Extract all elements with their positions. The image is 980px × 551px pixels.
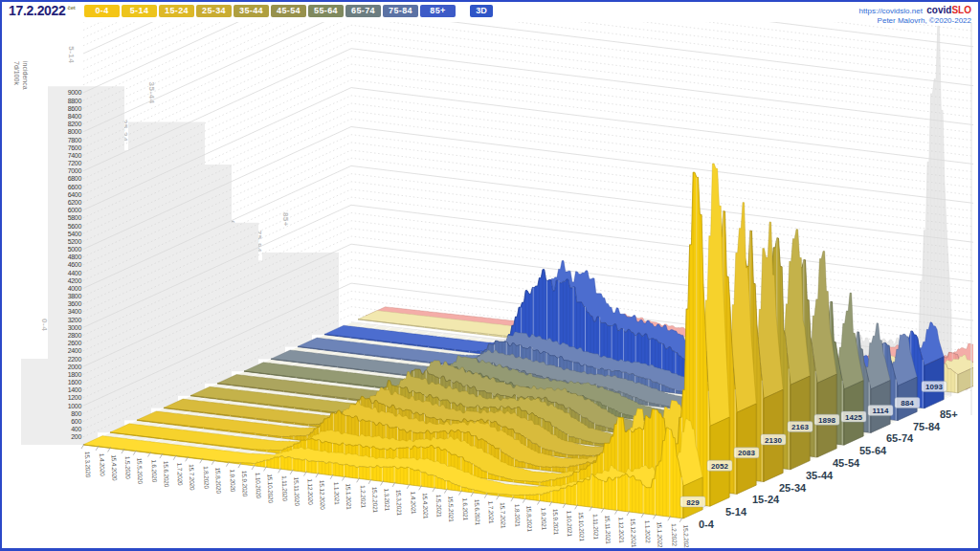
svg-text:15.8.2020: 15.8.2020 (214, 467, 222, 494)
svg-text:15.11.2021: 15.11.2021 (604, 515, 612, 544)
svg-text:7600: 7600 (68, 144, 82, 151)
site-link[interactable]: https://covidslo.net (859, 7, 923, 15)
svg-text:3200: 3200 (68, 317, 82, 323)
age-filter-buttons: 0-45-1415-2425-3435-4445-5455-6465-7475-… (84, 5, 456, 17)
svg-text:2600: 2600 (68, 340, 82, 346)
age-button-5-14[interactable]: 5-14 (122, 5, 157, 17)
svg-text:800: 800 (71, 410, 81, 417)
brand-covid: covid (926, 5, 951, 15)
svg-text:1.12.2020: 1.12.2020 (307, 478, 315, 505)
svg-text:15.3.2021: 15.3.2021 (395, 490, 403, 517)
svg-text:6200: 6200 (68, 199, 82, 206)
value-label-15-24: 2083 (734, 448, 759, 458)
svg-text:15.4.2020: 15.4.2020 (111, 454, 119, 481)
svg-text:1.4.2020: 1.4.2020 (99, 453, 106, 477)
svg-text:2083: 2083 (738, 449, 755, 457)
svg-text:7800: 7800 (68, 137, 82, 143)
brand-slo: SLO (951, 5, 971, 15)
svg-text:25-34: 25-34 (779, 482, 807, 494)
svg-text:5800: 5800 (68, 214, 82, 221)
svg-text:1.4.2021: 1.4.2021 (410, 492, 417, 516)
age-button-75-84[interactable]: 75-84 (383, 5, 418, 17)
svg-text:8000: 8000 (68, 128, 82, 135)
svg-text:2052: 2052 (711, 462, 728, 471)
age-button-0-4[interactable]: 0-4 (84, 5, 120, 17)
header: 17.2.2022čet 0-45-1415-2425-3435-4445-54… (2, 2, 978, 23)
page-root: { "header": { "date": "17.2.2022", "week… (0, 0, 980, 551)
svg-text:6800: 6800 (68, 175, 82, 182)
svg-text:2000: 2000 (68, 364, 82, 370)
svg-text:0-4: 0-4 (40, 319, 49, 331)
svg-text:7400: 7400 (68, 152, 82, 159)
svg-text:15.9.2021: 15.9.2021 (552, 509, 560, 536)
svg-text:1093: 1093 (925, 383, 943, 391)
svg-text:6000: 6000 (68, 207, 82, 213)
incidence-3d-chart[interactable]: 85+75-8465-7455-6445-5435-4425-3415-245-… (2, 2, 978, 548)
age-button-55-64[interactable]: 55-64 (308, 5, 344, 17)
age-button-45-54[interactable]: 45-54 (271, 5, 306, 17)
svg-text:8400: 8400 (68, 113, 82, 120)
svg-text:884: 884 (901, 399, 914, 408)
credit-text: Peter Malovrh, ©2020-2022 (859, 16, 971, 26)
value-label-75-84: 884 (895, 398, 920, 408)
svg-text:200: 200 (71, 433, 81, 440)
weekday-sup: čet (68, 5, 76, 11)
svg-text:15.7.2021: 15.7.2021 (500, 502, 507, 529)
svg-text:15.7.2020: 15.7.2020 (189, 464, 196, 491)
current-date-label[interactable]: 17.2.2022čet (9, 3, 75, 18)
svg-text:1400: 1400 (68, 386, 82, 393)
value-axis-title: 7d/100kincidenca (13, 61, 29, 90)
svg-text:1898: 1898 (818, 416, 835, 425)
svg-text:15.6.2021: 15.6.2021 (474, 499, 481, 526)
svg-text:1.2.2021: 1.2.2021 (360, 485, 368, 509)
svg-text:0-4: 0-4 (699, 518, 715, 530)
svg-text:incidenca: incidenca (22, 61, 29, 90)
svg-text:15.1.2021: 15.1.2021 (345, 483, 353, 510)
svg-text:4200: 4200 (68, 277, 82, 284)
svg-text:15.5.2020: 15.5.2020 (136, 457, 144, 484)
age-button-15-24[interactable]: 15-24 (159, 5, 194, 17)
svg-text:65-74: 65-74 (886, 432, 914, 444)
svg-text:85+: 85+ (281, 212, 290, 227)
svg-text:1.6.2020: 1.6.2020 (151, 459, 159, 483)
svg-text:15.4.2021: 15.4.2021 (422, 493, 430, 519)
svg-text:85+: 85+ (940, 408, 958, 420)
svg-text:15.5.2021: 15.5.2021 (447, 496, 455, 522)
svg-text:1.6.2021: 1.6.2021 (462, 497, 470, 521)
svg-text:4800: 4800 (68, 253, 82, 260)
svg-text:400: 400 (71, 426, 81, 432)
svg-text:2163: 2163 (791, 423, 809, 431)
brand-block: https://covidslo.net covidSLO Peter Malo… (859, 4, 971, 26)
svg-text:1800: 1800 (68, 371, 82, 378)
svg-text:15.11.2020: 15.11.2020 (293, 477, 301, 507)
age-button-35-44[interactable]: 35-44 (234, 5, 269, 17)
svg-text:1.11.2021: 1.11.2021 (592, 514, 600, 540)
svg-text:1.7.2021: 1.7.2021 (487, 500, 495, 524)
view-3d-button[interactable]: 3D (470, 5, 493, 17)
svg-text:6400: 6400 (68, 191, 82, 198)
svg-text:15.10.2021: 15.10.2021 (578, 512, 586, 541)
svg-text:1425: 1425 (845, 413, 862, 422)
age-button-25-34[interactable]: 25-34 (196, 5, 232, 17)
svg-text:15-24: 15-24 (752, 494, 780, 505)
svg-text:1.9.2021: 1.9.2021 (541, 507, 548, 531)
age-button-65-74[interactable]: 65-74 (345, 5, 381, 17)
value-label-35-44: 2163 (788, 422, 813, 432)
svg-text:35-44: 35-44 (806, 470, 834, 481)
svg-text:1.9.2020: 1.9.2020 (229, 469, 236, 493)
svg-text:2130: 2130 (765, 436, 782, 445)
svg-text:1200: 1200 (68, 394, 82, 401)
svg-text:1600: 1600 (68, 379, 82, 386)
svg-text:4600: 4600 (68, 261, 82, 268)
value-label-5-14: 2052 (707, 460, 732, 471)
age-button-85+[interactable]: 85+ (420, 5, 456, 17)
value-label-45-54: 1898 (814, 414, 839, 425)
value-label-25-34: 2130 (761, 434, 786, 445)
svg-text:3800: 3800 (68, 293, 82, 299)
svg-text:1.3.2021: 1.3.2021 (384, 488, 391, 512)
svg-text:5-14: 5-14 (67, 46, 76, 63)
svg-text:5200: 5200 (68, 238, 82, 245)
value-axis-labels: 2004006008001000120014001600180020002200… (68, 89, 82, 440)
value-label-65-74: 1114 (868, 406, 893, 416)
chart-canvas: 85+75-8465-7455-6445-5435-4425-3415-245-… (2, 2, 978, 548)
